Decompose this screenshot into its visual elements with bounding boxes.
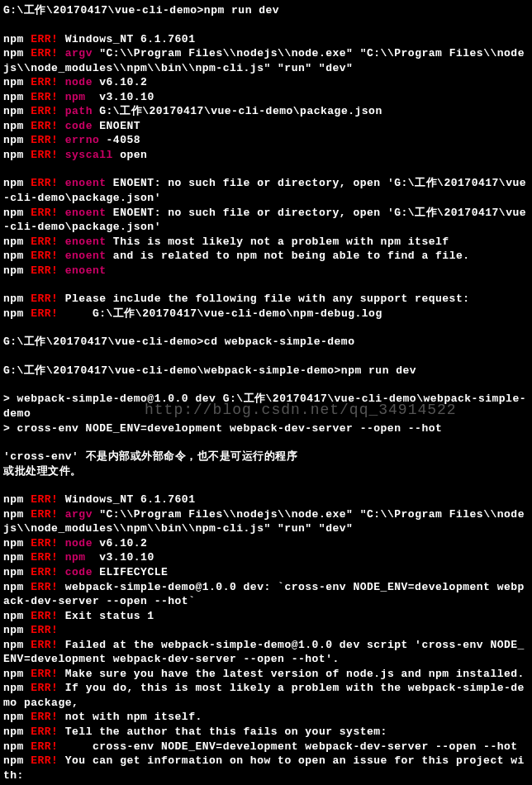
err-label: code	[65, 120, 93, 132]
terminal-line: npm ERR! argv "C:\\Program Files\\nodejs…	[3, 46, 529, 75]
err-label: enoent	[65, 207, 107, 219]
terminal-line: > webpack-simple-demo@1.0.0 dev G:\工作\20…	[3, 392, 529, 421]
err-tag: ERR!	[31, 105, 58, 117]
err-tag: ERR!	[31, 120, 58, 132]
err-label: enoent	[65, 264, 107, 277]
terminal-line: npm ERR! enoent ENOENT: no such file or …	[3, 206, 529, 235]
err-label: npm	[65, 91, 93, 103]
err-tag: ERR!	[31, 508, 58, 521]
err-tag: ERR!	[31, 639, 58, 651]
err-tag: ERR!	[31, 566, 58, 578]
err-tag: ERR!	[31, 134, 58, 146]
err-tag: ERR!	[31, 624, 58, 636]
err-tag: ERR!	[31, 264, 58, 277]
terminal-line: npm ERR! Tell the author that this fails…	[3, 725, 529, 740]
terminal-line: G:\工作\20170417\vue-cli-demo>npm run dev	[3, 3, 529, 18]
terminal-line: G:\工作\20170417\vue-cli-demo>cd webpack-s…	[3, 335, 529, 350]
terminal-line: npm ERR! Please include the following fi…	[3, 292, 529, 307]
terminal-line: npm ERR! enoent	[3, 264, 529, 278]
terminal-line: npm ERR! Make sure you have the latest v…	[3, 667, 529, 682]
terminal-line	[3, 435, 529, 450]
terminal-line: 或批处理文件。	[3, 464, 529, 479]
err-tag: ERR!	[31, 668, 58, 680]
terminal-line: npm ERR! errno -4058	[3, 133, 529, 148]
terminal-line: npm ERR! not with npm itself.	[3, 710, 529, 725]
terminal-line: 'cross-env' 不是内部或外部命令，也不是可运行的程序	[3, 450, 529, 464]
err-label: code	[65, 566, 93, 578]
terminal-line: npm ERR! cross-env NODE_ENV=development …	[3, 740, 529, 754]
terminal-line	[3, 162, 529, 176]
terminal-line: npm ERR! npm v3.10.10	[3, 550, 529, 565]
err-label: errno	[65, 134, 100, 146]
err-tag: ERR!	[31, 682, 58, 694]
err-tag: ERR!	[31, 149, 58, 161]
terminal-output: G:\工作\20170417\vue-cli-demo>npm run devn…	[3, 3, 529, 785]
err-tag: ERR!	[31, 581, 58, 593]
terminal-line: npm ERR! webpack-simple-demo@1.0.0 dev: …	[3, 580, 529, 609]
terminal-line: > cross-env NODE_ENV=development webpack…	[3, 421, 529, 436]
terminal-line: G:\工作\20170417\vue-cli-demo\webpack-simp…	[3, 364, 529, 378]
terminal-line	[3, 278, 529, 292]
terminal-line: npm ERR! node v6.10.2	[3, 75, 529, 90]
err-tag: ERR!	[31, 740, 58, 753]
terminal-line: npm ERR! node v6.10.2	[3, 536, 529, 551]
err-label: path	[65, 105, 93, 117]
err-tag: ERR!	[31, 236, 58, 248]
terminal-line: npm ERR! argv "C:\\Program Files\\nodejs…	[3, 507, 529, 536]
err-tag: ERR!	[31, 493, 58, 506]
err-label: enoent	[65, 236, 107, 248]
err-tag: ERR!	[31, 307, 58, 320]
err-tag: ERR!	[31, 537, 58, 550]
terminal-line	[3, 321, 529, 335]
terminal-line: npm ERR! enoent This is most likely not …	[3, 235, 529, 250]
terminal-line: npm ERR! syscall open	[3, 148, 529, 163]
err-tag: ERR!	[31, 76, 58, 88]
terminal-line: npm ERR! Windows_NT 6.1.7601	[3, 32, 529, 47]
err-label: node	[65, 76, 93, 88]
terminal-line: npm ERR! path G:\工作\20170417\vue-cli-dem…	[3, 104, 529, 119]
err-tag: ERR!	[31, 33, 58, 45]
terminal-line: npm ERR! G:\工作\20170417\vue-cli-demo\npm…	[3, 307, 529, 321]
terminal-line: npm ERR! Exit status 1	[3, 609, 529, 624]
err-tag: ERR!	[31, 610, 58, 622]
err-label: enoent	[65, 250, 107, 262]
err-tag: ERR!	[31, 293, 58, 305]
err-tag: ERR!	[31, 250, 58, 262]
terminal-line: npm ERR! code ELIFECYCLE	[3, 565, 529, 580]
err-tag: ERR!	[31, 711, 58, 723]
err-tag: ERR!	[31, 91, 58, 103]
terminal-line: npm ERR! Failed at the webpack-simple-de…	[3, 638, 529, 667]
terminal-line	[3, 378, 529, 392]
err-label: syscall	[65, 149, 113, 161]
err-label: enoent	[65, 177, 107, 189]
terminal-line	[3, 478, 529, 492]
terminal-line: npm ERR! npm v3.10.10	[3, 90, 529, 105]
err-tag: ERR!	[31, 47, 58, 59]
err-tag: ERR!	[31, 207, 58, 219]
terminal-line: npm ERR! enoent ENOENT: no such file or …	[3, 176, 529, 205]
err-label: argv	[65, 47, 93, 59]
terminal-line: npm ERR! If you do, this is most likely …	[3, 681, 529, 710]
terminal-line	[3, 350, 529, 364]
err-label: argv	[65, 508, 93, 521]
terminal-line: npm ERR! enoent and is related to npm no…	[3, 249, 529, 264]
err-tag: ERR!	[31, 726, 58, 738]
err-tag: ERR!	[31, 177, 58, 189]
err-label: node	[65, 537, 93, 550]
terminal-line: npm ERR! code ENOENT	[3, 119, 529, 134]
terminal-line	[3, 18, 529, 32]
terminal-line: npm ERR! You can get information on how …	[3, 754, 529, 783]
err-label: npm	[65, 551, 93, 564]
err-tag: ERR!	[31, 754, 58, 767]
terminal-line: npm ERR! Windows_NT 6.1.7601	[3, 492, 529, 507]
terminal-line: npm ERR!	[3, 623, 529, 638]
err-tag: ERR!	[31, 551, 58, 564]
